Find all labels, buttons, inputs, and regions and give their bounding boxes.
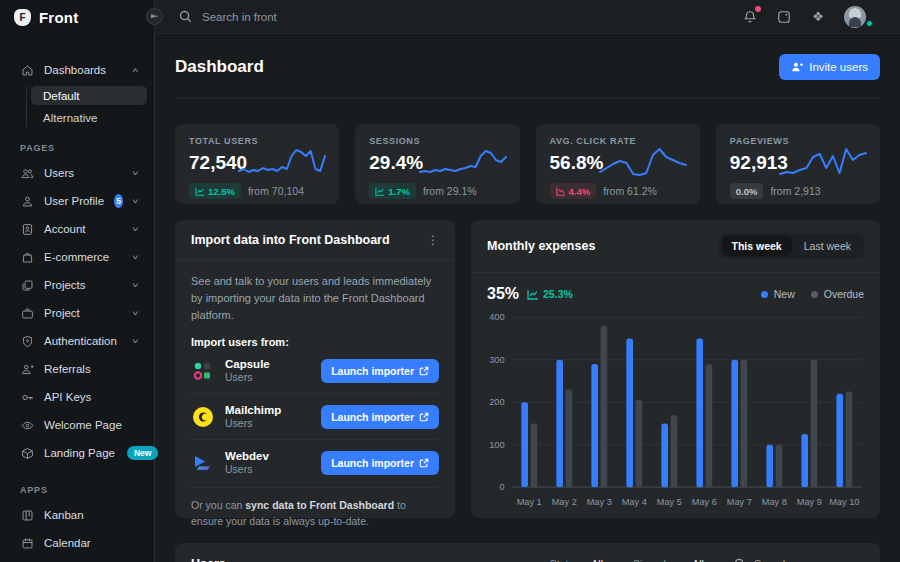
- search-input[interactable]: [202, 11, 422, 23]
- sidebar-item-label: User Profile: [44, 195, 104, 207]
- section-label-apps: APPS: [0, 485, 154, 495]
- chevron-down-icon: ˅: [132, 197, 139, 206]
- svg-text:100: 100: [489, 440, 504, 450]
- integration-name: Capsule: [225, 358, 270, 370]
- mailchimp-logo: [191, 405, 215, 429]
- page-title: Dashboard: [175, 57, 264, 77]
- sidebar-subitem-default[interactable]: Default: [31, 86, 147, 105]
- sidebar-item-dashboards[interactable]: Dashboards ˄: [0, 58, 154, 82]
- launch-importer-button[interactable]: Launch importer: [321, 359, 439, 383]
- person-plus-icon: [20, 362, 34, 376]
- chevron-down-icon: ˅: [132, 253, 139, 262]
- integration-sub: Users: [225, 463, 269, 475]
- sidebar: F Front Dashboards ˄ DefaultAlternative …: [0, 0, 155, 562]
- svg-text:May 1: May 1: [517, 497, 542, 507]
- change-badge: 1.7%: [369, 183, 416, 199]
- sidebar-item-label: Landing Page: [44, 447, 115, 459]
- sidebar-item-label: Welcome Page: [44, 419, 122, 431]
- sidebar-item-landing-page[interactable]: Landing PageNew: [0, 441, 154, 465]
- change-badge: 12.5%: [189, 183, 241, 199]
- launch-importer-button[interactable]: Launch importer: [321, 405, 439, 429]
- legend-item-overdue[interactable]: Overdue: [811, 288, 864, 300]
- copy-icon: [20, 278, 34, 292]
- svg-text:May 8: May 8: [762, 497, 787, 507]
- launch-importer-button[interactable]: Launch importer: [321, 451, 439, 475]
- svg-text:May 9: May 9: [797, 497, 822, 507]
- search-icon: [734, 558, 746, 562]
- sidebar-item-kanban[interactable]: Kanban: [0, 503, 154, 527]
- sidebar-item-label: Referrals: [44, 363, 91, 375]
- browse-templates-button[interactable]: [776, 9, 792, 25]
- sidebar-item-api-keys[interactable]: API Keys: [0, 385, 154, 409]
- new-badge: New: [127, 446, 158, 460]
- brand-name: Front: [39, 9, 78, 26]
- topbar: ⇤: [155, 0, 900, 34]
- avatar-status-dot: [866, 20, 873, 27]
- sidebar-item-project[interactable]: Project˅: [0, 301, 154, 325]
- signed-up-select[interactable]: All ˅: [692, 558, 712, 562]
- import-row-capsule: CapsuleUsersLaunch importer: [191, 348, 439, 394]
- section-label-pages: PAGES: [0, 143, 154, 153]
- sparkline-chart: [418, 140, 508, 184]
- sidebar-collapse-button[interactable]: ⇤: [146, 8, 163, 25]
- sidebar-item-account[interactable]: Account˅: [0, 217, 154, 241]
- stat-card-sessions: SESSIONS29.4%1.7%from 29.1%: [355, 124, 519, 204]
- sidebar-item-user-profile[interactable]: User Profile5˅: [0, 189, 154, 213]
- svg-text:May 3: May 3: [587, 497, 612, 507]
- external-link-icon: [419, 458, 429, 468]
- sidebar-item-projects[interactable]: Projects˅: [0, 273, 154, 297]
- import-footer: Or you can sync data to Front Dashboard …: [191, 487, 439, 530]
- sidebar-subitem-alternative[interactable]: Alternative: [31, 108, 147, 127]
- notification-dot: [755, 6, 761, 12]
- chevron-down-icon: ˅: [132, 309, 139, 318]
- briefcase-icon: [20, 306, 34, 320]
- chart-legend: NewOverdue: [761, 288, 864, 300]
- webdev-logo: [191, 451, 215, 475]
- sidebar-item-label: Dashboards: [44, 64, 106, 76]
- toggle-this-week[interactable]: This week: [722, 236, 792, 256]
- svg-text:0: 0: [499, 482, 504, 492]
- change-badge: 4.4%: [550, 183, 597, 199]
- apps-menu-button[interactable]: ❖: [810, 9, 826, 25]
- shield-icon: [20, 334, 34, 348]
- brand[interactable]: F Front: [0, 0, 154, 34]
- svg-text:May 6: May 6: [692, 497, 717, 507]
- trend-up-icon: [527, 289, 539, 300]
- svg-text:May 5: May 5: [657, 497, 682, 507]
- week-toggle: This weekLast week: [719, 233, 864, 259]
- users-search-input[interactable]: [754, 558, 864, 562]
- svg-text:May 2: May 2: [552, 497, 577, 507]
- import-data-card: Import data into Front Dashboard ⋮ See a…: [175, 220, 455, 518]
- sidebar-item-label: Users: [44, 167, 74, 179]
- stat-comparison: from 29.1%: [423, 185, 477, 197]
- sidebar-item-label: Kanban: [44, 509, 84, 521]
- sidebar-item-referrals[interactable]: Referrals: [0, 357, 154, 381]
- svg-text:300: 300: [489, 355, 504, 365]
- integration-sub: Users: [225, 417, 281, 429]
- svg-text:May 7: May 7: [727, 497, 752, 507]
- app-window: F Front Dashboards ˄ DefaultAlternative …: [0, 0, 900, 562]
- svg-text:May 4: May 4: [622, 497, 647, 507]
- eye-icon: [20, 418, 34, 432]
- count-badge: 5: [114, 194, 123, 208]
- legend-item-new[interactable]: New: [761, 288, 795, 300]
- sidebar-item-authentication[interactable]: Authentication˅: [0, 329, 154, 353]
- avatar[interactable]: [844, 6, 866, 28]
- change-badge: 0.0%: [730, 183, 764, 199]
- stat-comparison: from 70,104: [248, 185, 304, 197]
- more-options-button[interactable]: ⋮: [427, 234, 439, 246]
- dashboards-submenu: DefaultAlternative: [26, 86, 154, 127]
- signed-up-filter: Signed up: All ˅: [633, 558, 712, 562]
- sidebar-item-e-commerce[interactable]: E-commerce˅: [0, 245, 154, 269]
- status-select[interactable]: All ˅: [591, 558, 611, 562]
- stat-card-pageviews: PAGEVIEWS92,9130.0%from 2,913: [716, 124, 880, 204]
- import-subheading: Import users from:: [191, 336, 439, 348]
- invite-users-button[interactable]: Invite users: [779, 54, 880, 80]
- notifications-button[interactable]: [742, 9, 758, 25]
- sidebar-item-users[interactable]: Users˅: [0, 161, 154, 185]
- signed-up-label: Signed up:: [633, 558, 683, 562]
- sidebar-item-welcome-page[interactable]: Welcome Page: [0, 413, 154, 437]
- sidebar-item-calendar[interactable]: Calendar: [0, 531, 154, 555]
- chevron-down-icon: ˅: [132, 225, 139, 234]
- toggle-last-week[interactable]: Last week: [794, 236, 861, 256]
